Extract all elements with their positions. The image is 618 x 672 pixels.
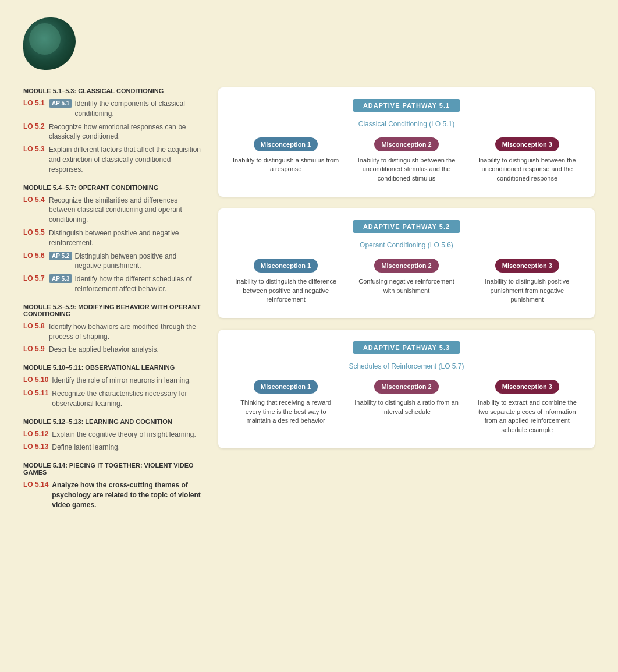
lo-item: LO 5.10Identify the role of mirror neuro… bbox=[23, 376, 204, 385]
lo-item: LO 5.7AP 5.3Identify how the different s… bbox=[23, 274, 204, 294]
misconception-bubble: Misconception 1 bbox=[254, 380, 318, 394]
lo-label: LO 5.14 bbox=[23, 480, 48, 489]
lo-inner: Analyze how the cross-cutting themes of … bbox=[52, 480, 204, 510]
module-section-mod1: MODULE 5.1–5.3: CLASSICAL CONDITIONINGLO… bbox=[23, 87, 204, 175]
pathway-badge: ADAPTIVE PATHWAY 5.2 bbox=[353, 220, 460, 233]
lo-text: Analyze how the cross-cutting themes of … bbox=[52, 480, 204, 510]
lo-label: LO 5.4 bbox=[23, 196, 45, 204]
module-title: MODULE 5.10–5.11: OBSERVATIONAL LEARNING bbox=[23, 364, 204, 371]
lo-inner: Recognize the similarities and differenc… bbox=[49, 196, 204, 225]
lo-text: Distinguish between positive and negativ… bbox=[74, 252, 204, 271]
lo-label: LO 5.7 bbox=[23, 274, 45, 282]
misconception-text: Inability to distinguish between the unc… bbox=[471, 156, 583, 183]
module-section-mod6: MODULE 5.14: PIECING IT TOGETHER: VIOLEN… bbox=[23, 462, 204, 510]
lo-inner: Explain the cognitive theory of insight … bbox=[52, 430, 196, 440]
lo-text: Recognize the characteristics necessary … bbox=[52, 389, 204, 409]
pathway-card-pathway1: ADAPTIVE PATHWAY 5.1Classical Conditioni… bbox=[218, 87, 595, 197]
lo-inner: Recognize how emotional responses can be… bbox=[49, 122, 204, 142]
pathway-badge: ADAPTIVE PATHWAY 5.1 bbox=[353, 99, 460, 112]
main-layout: MODULE 5.1–5.3: CLASSICAL CONDITIONINGLO… bbox=[23, 87, 595, 519]
lo-item: LO 5.4Recognize the similarities and dif… bbox=[23, 196, 204, 225]
misconceptions-row: Misconception 1Inability to distinguish … bbox=[230, 137, 583, 183]
misconception-item: Misconception 3Inability to extract and … bbox=[471, 380, 583, 434]
misconception-bubble: Misconception 1 bbox=[254, 137, 318, 151]
lo-item: LO 5.6AP 5.2Distinguish between positive… bbox=[23, 252, 204, 271]
lo-label: LO 5.2 bbox=[23, 122, 45, 130]
misconceptions-row: Misconception 1Inability to distinguish … bbox=[230, 259, 583, 304]
lo-label: LO 5.3 bbox=[23, 145, 45, 153]
misconception-text: Inability to distinguish a stimulus from… bbox=[230, 156, 342, 174]
module-title: MODULE 5.1–5.3: CLASSICAL CONDITIONING bbox=[23, 87, 204, 94]
lo-text: Identify the role of mirror neurons in l… bbox=[52, 376, 191, 385]
lo-inner: Describe applied behavior analysis. bbox=[49, 345, 159, 355]
lo-item: LO 5.11Recognize the characteristics nec… bbox=[23, 389, 204, 409]
lo-text: Recognize the similarities and differenc… bbox=[49, 196, 204, 225]
misconception-item: Misconception 2Confusing negative reinfo… bbox=[350, 259, 462, 304]
misconception-item: Misconception 2Inability to distinguish … bbox=[350, 137, 462, 183]
lo-text: Recognize how emotional responses can be… bbox=[49, 122, 204, 142]
misconception-item: Misconception 3Inability to distinguish … bbox=[471, 137, 583, 183]
lo-inner: Identify how behaviors are modified thro… bbox=[49, 322, 204, 342]
lo-label: LO 5.6 bbox=[23, 252, 45, 260]
misconception-bubble: Misconception 2 bbox=[374, 380, 438, 394]
pathway-subtitle: Classical Conditioning (LO 5.1) bbox=[230, 120, 583, 128]
lo-label: LO 5.5 bbox=[23, 228, 45, 236]
pathway-subtitle: Operant Conditioning (LO 5.6) bbox=[230, 241, 583, 249]
module-section-mod2: MODULE 5.4–5.7: OPERANT CONDITIONINGLO 5… bbox=[23, 184, 204, 294]
misconception-text: Inability to distinguish between the unc… bbox=[350, 156, 462, 183]
content-area: ADAPTIVE PATHWAY 5.1Classical Conditioni… bbox=[218, 87, 595, 519]
module-section-mod4: MODULE 5.10–5.11: OBSERVATIONAL LEARNING… bbox=[23, 364, 204, 408]
misconception-bubble: Misconception 3 bbox=[495, 137, 559, 151]
lo-item: LO 5.1AP 5.1Identify the components of c… bbox=[23, 99, 204, 119]
lo-text: Identify the components of classical con… bbox=[74, 99, 204, 119]
misconception-text: Inability to extract and combine the two… bbox=[471, 398, 583, 434]
misconception-bubble: Misconception 3 bbox=[495, 259, 559, 273]
ap-badge: AP 5.3 bbox=[49, 274, 72, 283]
lo-item: LO 5.14Analyze how the cross-cutting the… bbox=[23, 480, 204, 510]
lo-item: LO 5.12Explain the cognitive theory of i… bbox=[23, 430, 204, 440]
lo-text: Identify how behaviors are modified thro… bbox=[49, 322, 204, 342]
module-title: MODULE 5.8–5.9: MODIFYING BEHAVIOR WITH … bbox=[23, 303, 204, 317]
misconception-text: Inability to distinguish a ratio from an… bbox=[350, 398, 462, 416]
misconception-bubble: Misconception 2 bbox=[374, 259, 438, 273]
lo-inner: Define latent learning. bbox=[52, 443, 120, 452]
lo-inner: AP 5.1Identify the components of classic… bbox=[49, 99, 204, 119]
lo-inner: Explain different factors that affect th… bbox=[49, 145, 204, 174]
lo-label: LO 5.12 bbox=[23, 430, 48, 438]
pathway-header: ADAPTIVE PATHWAY 5.2 bbox=[230, 220, 583, 238]
pathway-card-pathway2: ADAPTIVE PATHWAY 5.2Operant Conditioning… bbox=[218, 208, 595, 318]
lo-label: LO 5.8 bbox=[23, 322, 45, 330]
lo-text: Distinguish between positive and negativ… bbox=[49, 228, 204, 248]
lo-text: Explain the cognitive theory of insight … bbox=[52, 430, 196, 440]
lo-inner: AP 5.2Distinguish between positive and n… bbox=[49, 252, 204, 271]
misconception-bubble: Misconception 2 bbox=[374, 137, 438, 151]
lo-text: Describe applied behavior analysis. bbox=[49, 345, 159, 355]
lo-label: LO 5.13 bbox=[23, 443, 48, 451]
lo-inner: AP 5.3Identify how the different schedul… bbox=[49, 274, 204, 294]
lo-label: LO 5.1 bbox=[23, 99, 45, 107]
lo-inner: Distinguish between positive and negativ… bbox=[49, 228, 204, 248]
pathway-card-pathway3: ADAPTIVE PATHWAY 5.3Schedules of Reinfor… bbox=[218, 330, 595, 448]
lo-item: LO 5.8Identify how behaviors are modifie… bbox=[23, 322, 204, 342]
page-header bbox=[23, 17, 595, 70]
misconceptions-row: Misconception 1Thinking that receiving a… bbox=[230, 380, 583, 434]
misconception-bubble: Misconception 1 bbox=[254, 259, 318, 273]
misconception-text: Confusing negative reinforcement with pu… bbox=[350, 277, 462, 295]
pathway-subtitle: Schedules of Reinforcement (LO 5.7) bbox=[230, 362, 583, 370]
lo-text: Define latent learning. bbox=[52, 443, 120, 452]
lo-label: LO 5.10 bbox=[23, 376, 48, 384]
misconception-item: Misconception 3Inability to distinguish … bbox=[471, 259, 583, 304]
misconception-bubble: Misconception 3 bbox=[495, 380, 559, 394]
pathway-header: ADAPTIVE PATHWAY 5.1 bbox=[230, 99, 583, 116]
lo-item: LO 5.3Explain different factors that aff… bbox=[23, 145, 204, 174]
lo-item: LO 5.2Recognize how emotional responses … bbox=[23, 122, 204, 142]
misconception-item: Misconception 1Thinking that receiving a… bbox=[230, 380, 342, 434]
lo-text: Identify how the different schedules of … bbox=[74, 274, 204, 294]
ap-badge: AP 5.1 bbox=[49, 99, 72, 108]
misconception-item: Misconception 1Inability to distinguish … bbox=[230, 259, 342, 304]
misconception-text: Thinking that receiving a reward every t… bbox=[230, 398, 342, 425]
misconception-text: Inability to distinguish the difference … bbox=[230, 277, 342, 304]
lo-label: LO 5.11 bbox=[23, 389, 48, 397]
pathway-badge: ADAPTIVE PATHWAY 5.3 bbox=[353, 341, 460, 354]
module-title: MODULE 5.12–5.13: LEARNING AND COGNITION bbox=[23, 418, 204, 425]
